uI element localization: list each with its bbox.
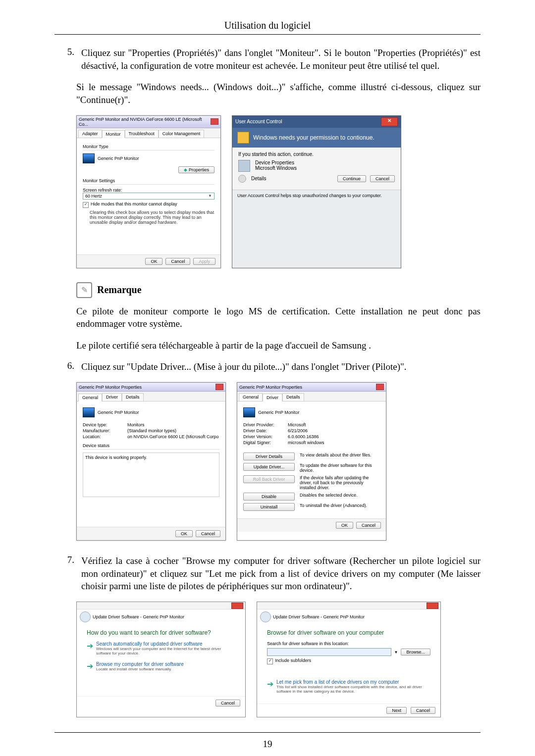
- tab-troubleshoot[interactable]: Troubleshoot: [125, 130, 159, 138]
- uac-footer: User Account Control helps stop unauthor…: [232, 190, 401, 201]
- back-button[interactable]: [80, 611, 91, 622]
- hide-modes-checkbox[interactable]: ✓: [83, 202, 89, 208]
- continue-button[interactable]: Continue: [337, 175, 366, 182]
- cancel-button[interactable]: Cancel: [411, 707, 435, 714]
- close-icon[interactable]: [215, 384, 223, 390]
- update-driver-button[interactable]: Update Driver...: [243, 463, 295, 471]
- cancel-button[interactable]: Cancel: [356, 522, 381, 529]
- apply-button[interactable]: Apply: [193, 258, 215, 265]
- chevron-down-icon: ▼: [208, 194, 212, 198]
- arrow-icon: ➔: [87, 661, 93, 671]
- back-button[interactable]: [260, 611, 271, 622]
- program-name: Device Properties: [255, 160, 297, 165]
- program-publisher: Microsoft Windows: [255, 165, 297, 171]
- step-number: 6.: [54, 360, 81, 373]
- next-button[interactable]: Next: [386, 707, 407, 714]
- cancel-button[interactable]: Cancel: [370, 175, 395, 182]
- step-5: 5. Cliquez sur "Properties (Propriétés)"…: [54, 47, 481, 72]
- monitor-settings-label: Monitor Settings: [83, 178, 214, 183]
- refresh-label: Screen refresh rate:: [83, 188, 214, 193]
- close-icon[interactable]: [211, 118, 218, 125]
- search-label: Search for driver software in this locat…: [267, 641, 430, 646]
- wizard-heading: Browse for driver software on your compu…: [267, 629, 430, 636]
- device-status-label: Device status: [83, 443, 219, 448]
- monitor-icon: [83, 153, 95, 163]
- program-icon: [238, 160, 250, 172]
- device-name: Generic PnP Monitor: [98, 410, 139, 415]
- close-icon[interactable]: ✕: [381, 117, 398, 126]
- rule-bottom: [54, 732, 481, 733]
- uac-banner: Windows needs your permission to contion…: [232, 128, 401, 148]
- tab-monitor[interactable]: Monitor: [102, 130, 125, 138]
- cancel-button[interactable]: Cancel: [165, 258, 190, 265]
- tab-general[interactable]: General: [239, 393, 263, 401]
- hide-modes-desc: Clearing this check box allows you to se…: [90, 210, 214, 225]
- tab-color[interactable]: Color Management: [159, 130, 205, 138]
- step-6: 6. Cliquez sur "Update Driver... (Mise à…: [54, 360, 481, 373]
- update-driver-wizard-search: Update Driver Software - Generic PnP Mon…: [76, 602, 246, 717]
- note-paragraph-1: Ce pilote de moniteur comporte le logo M…: [76, 305, 481, 330]
- page-number: 19: [54, 739, 481, 750]
- close-icon[interactable]: [231, 603, 243, 609]
- step-number: 5.: [54, 47, 81, 72]
- breadcrumb: Update Driver Software - Generic PnP Mon…: [273, 614, 365, 619]
- driver-details-button[interactable]: Driver Details: [243, 453, 295, 460]
- uac-banner-text: Windows needs your permission to contion…: [253, 134, 374, 141]
- step-text: Cliquez sur "Update Driver... (Mise à jo…: [81, 360, 481, 373]
- dialog-titlebar: Generic PnP Monitor and NVIDIA GeForce 6…: [77, 116, 220, 128]
- monitor-type-label: Monitor Type: [83, 144, 214, 149]
- tab-adapter[interactable]: Adapter: [78, 130, 102, 138]
- step-text: Vérifiez la case à cocher "Browse my com…: [81, 554, 481, 593]
- ok-button[interactable]: OK: [175, 530, 193, 537]
- monitor-properties-dialog: Generic PnP Monitor and NVIDIA GeForce 6…: [76, 115, 221, 268]
- monitor-icon: [243, 407, 255, 417]
- tab-driver[interactable]: Driver: [263, 394, 282, 402]
- device-properties-driver: Generic PnP Monitor Properties General D…: [237, 382, 386, 541]
- tab-general[interactable]: General: [78, 394, 102, 402]
- option-browse[interactable]: ➔ Browse my computer for driver software…: [87, 661, 235, 671]
- monitor-name: Generic PnP Monitor: [98, 156, 139, 161]
- step-7: 7. Vérifiez la case à cocher "Browse my …: [54, 554, 481, 593]
- uac-title: User Account Control: [235, 119, 282, 124]
- uac-started-text: If you started this action, continue.: [238, 151, 395, 157]
- monitor-icon: [83, 407, 95, 417]
- dialog-title: Generic PnP Monitor Properties: [79, 385, 142, 390]
- arrow-icon: ➔: [87, 641, 93, 655]
- include-subfolders-checkbox[interactable]: ✓: [267, 658, 273, 664]
- location-input[interactable]: [267, 648, 391, 656]
- disable-button[interactable]: Disable: [243, 493, 295, 501]
- include-subfolders-label: Include subfolders: [275, 658, 311, 663]
- details-label[interactable]: Details: [251, 176, 267, 181]
- device-name: Generic PnP Monitor: [258, 410, 299, 415]
- ok-button[interactable]: OK: [145, 258, 162, 265]
- dialog-title: Generic PnP Monitor and NVIDIA GeForce 6…: [79, 117, 211, 127]
- close-icon[interactable]: [376, 384, 384, 390]
- tab-driver[interactable]: Driver: [102, 393, 122, 401]
- option-pick-from-list[interactable]: ➔ Let me pick from a list of device driv…: [267, 679, 430, 694]
- hide-modes-label: Hide modes that this monitor cannot disp…: [91, 202, 177, 206]
- uac-dialog: User Account Control ✕ Windows needs you…: [232, 115, 401, 268]
- update-driver-wizard-browse: Update Driver Software - Generic PnP Mon…: [257, 602, 441, 717]
- rollback-driver-button[interactable]: Roll Back Driver: [243, 475, 295, 483]
- cancel-button[interactable]: Cancel: [215, 700, 240, 706]
- tab-details[interactable]: Details: [122, 393, 144, 401]
- option-search-auto[interactable]: ➔ Search automatically for updated drive…: [87, 641, 235, 655]
- device-status-box: This device is working properly.: [83, 453, 219, 497]
- ok-button[interactable]: OK: [336, 522, 353, 529]
- dialog-title: Generic PnP Monitor Properties: [239, 385, 302, 390]
- step-number: 7.: [54, 554, 81, 593]
- tabs: Adapter Monitor Troubleshoot Color Manag…: [77, 128, 220, 138]
- refresh-rate-select[interactable]: 60 Hertz▼: [83, 193, 214, 200]
- note-icon: ✎: [76, 282, 92, 298]
- uac-paragraph: Si le message "Windows needs... (Windows…: [76, 81, 481, 106]
- browse-button[interactable]: Browse...: [401, 649, 430, 655]
- properties-button[interactable]: ◆ Properties: [178, 166, 214, 173]
- details-expand-icon[interactable]: [238, 175, 246, 183]
- tab-details[interactable]: Details: [282, 393, 304, 401]
- device-properties-general: Generic PnP Monitor Properties General D…: [76, 382, 226, 541]
- breadcrumb: Update Driver Software - Generic PnP Mon…: [93, 614, 184, 619]
- cancel-button[interactable]: Cancel: [196, 530, 220, 537]
- uac-titlebar: User Account Control ✕: [232, 116, 401, 128]
- uninstall-button[interactable]: Uninstall: [243, 503, 295, 511]
- close-icon[interactable]: [427, 603, 438, 609]
